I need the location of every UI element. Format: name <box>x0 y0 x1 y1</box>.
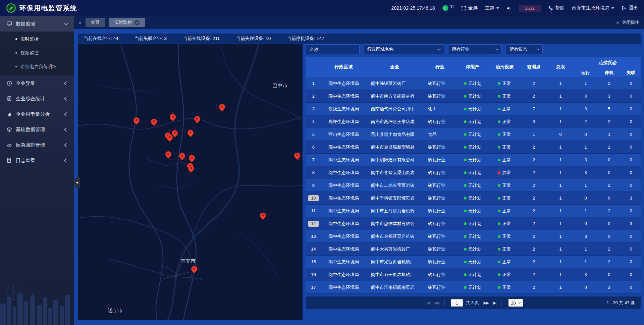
map-pin[interactable] <box>179 153 185 159</box>
map-pin[interactable] <box>260 213 266 219</box>
map-pin[interactable] <box>165 151 171 157</box>
offline-cell: 0 <box>621 230 641 243</box>
company-cell: 阆中市石子页岩机砖厂 <box>366 268 423 281</box>
sidebar-group-enterprise-statistics[interactable]: 企业综合统计 <box>0 91 74 106</box>
table-row[interactable]: 14阆中生态环境局阆中大兴页岩机砖厂砖瓦行业无计划正常21120 <box>306 243 641 256</box>
status-dot-green <box>464 248 467 251</box>
help-button[interactable]: 帮助 <box>548 5 565 11</box>
monitor-icon <box>7 21 12 26</box>
sidebar-group-data-monitoring[interactable]: 数据监测 <box>0 16 74 32</box>
status-dot-green <box>464 95 467 98</box>
announcement-speaker-icon[interactable] <box>506 6 512 11</box>
sidebar-group-enterprise-abnormal[interactable]: 企业异常 <box>0 75 74 91</box>
industry-filter-select[interactable]: 所有行业 <box>448 44 502 54</box>
prev-page-button[interactable]: ◀◀ <box>434 301 439 305</box>
table-row[interactable]: 17阆中生态环境局阆中市江南镇阆南页岩砖瓦行业无计划正常21030 <box>306 281 641 294</box>
page-size-select[interactable]: 20 <box>508 299 523 307</box>
table-row[interactable]: 15阆中生态环境局阆中市光富页岩机砖厂砖瓦行业无计划正常21120 <box>306 256 641 268</box>
alarm-count-badge[interactable]: 2632 <box>519 5 541 12</box>
map-pin[interactable] <box>191 266 197 272</box>
sidebar-item-realtime-monitoring[interactable]: 实时监控 <box>0 32 74 46</box>
map-pin[interactable] <box>294 153 300 159</box>
org-dropdown[interactable]: 南充市生态环境局 <box>572 5 614 11</box>
row-index-cell: 1 <box>306 77 321 90</box>
table-row[interactable]: 13阆中生态环境局阆中市金福旺页岩机砖砖瓦行业无计划正常21300 <box>306 230 641 243</box>
sidebar-item-video-monitoring[interactable]: 视频监控 <box>0 46 74 60</box>
tab-home[interactable]: 首页 <box>86 18 105 27</box>
header-point-status-group: 点位状态 <box>574 57 641 68</box>
header-treatment: 治污设施 <box>488 57 520 77</box>
close-tab-icon[interactable]: × <box>135 20 140 25</box>
fullscreen-icon <box>461 6 466 11</box>
table-row[interactable]: 1阆中生态环境局阆中强锐页岩砖厂砖瓦行业无计划正常21120 <box>306 77 641 90</box>
brand: 环保用电监管系统 <box>6 3 77 13</box>
status-filter-select[interactable]: 所有状态 <box>506 44 543 54</box>
stat-item: 当前在线企业:44 <box>84 36 118 42</box>
status-dot-green <box>464 133 467 136</box>
total-meter-cell: 1 <box>547 166 574 179</box>
stopped-cell: 2 <box>597 243 621 256</box>
table-row[interactable]: 6阆中生态环境局阆中市金博瑞新型墙材砖瓦行业无计划正常21120 <box>306 141 641 154</box>
table-row[interactable]: 9阆中生态环境局阆中市二龙长宝页岩砖砖瓦行业无计划正常21120 <box>306 179 641 192</box>
fullscreen-button[interactable]: 全屏 <box>461 5 478 11</box>
company-cell: 阆中市金博瑞新型墙材 <box>366 141 423 154</box>
map-pin[interactable] <box>219 104 225 110</box>
table-row[interactable]: 3仪陇生态环境局西南油气田分公司川中化工无计划正常71350 <box>306 103 641 115</box>
enterprise-table: 行政区域 企业 行业 停限产 治污设施 监测点 总表 点位状态 <box>306 57 641 294</box>
map-pin[interactable] <box>167 134 173 141</box>
sidebar-group-emergency-reduction[interactable]: 应急减排管理 <box>0 137 74 153</box>
map-panel: 巴中市南充市遂宁市 <box>78 44 303 320</box>
treatment-cell: 正常 <box>488 90 520 103</box>
map-pin[interactable] <box>188 165 194 171</box>
offline-cell: 0 <box>621 205 641 217</box>
map-pin[interactable] <box>187 130 194 136</box>
map-pin[interactable] <box>133 117 140 123</box>
status-dot-green <box>464 222 467 225</box>
page-number-input[interactable] <box>451 299 463 307</box>
map-canvas[interactable]: 巴中市南充市遂宁市 <box>78 44 303 320</box>
table-row[interactable]: 7阆中生态环境局阆中明阳建材有限公司砖瓦行业无计划正常21300 <box>306 154 641 166</box>
name-filter-input[interactable] <box>306 44 360 54</box>
table-row[interactable]: 4高坪生态环境局南充市高坪区王家店建砖瓦行业无计划正常31220 <box>306 115 641 128</box>
stopped-cell: 2 <box>597 256 621 268</box>
table-row[interactable]: 10阆中生态环境局阆中千佛镇五郎垭页岩砖瓦行业无计划正常21003 <box>306 192 641 205</box>
tab-scroll-right-icon[interactable]: » <box>616 19 619 25</box>
running-cell: 0 <box>574 128 597 141</box>
sidebar-group-power-usage-analysis[interactable]: 企业用电量分析 <box>0 106 74 122</box>
tab-bar: « 首页 实时监控 × » 关闭操作 <box>74 16 644 29</box>
table-row[interactable]: 11阆中生态环境局阆中市五马桥页岩机砖砖瓦行业无计划正常21120 <box>306 205 641 217</box>
theme-dropdown[interactable]: 主题 <box>485 5 499 11</box>
table-row[interactable]: 5营山生态环境局营山县润丰肉食品有限食品无计划正常10010 <box>306 128 641 141</box>
treatment-cell: 正常 <box>488 268 520 281</box>
table-row[interactable]: 16阆中生态环境局阆中市石子页岩机砖厂砖瓦行业无计划正常21300 <box>306 268 641 281</box>
status-dot-green <box>498 108 500 110</box>
table-row[interactable]: 12阆中生态环境局阆中市忠信建材有限公砖瓦行业无计划正常21003 <box>306 217 641 230</box>
map-pin[interactable] <box>151 119 157 125</box>
production-limit-cell: 无计划 <box>457 128 489 141</box>
total-meter-cell: 1 <box>547 103 574 115</box>
next-page-button[interactable]: ▶▶ <box>484 301 488 305</box>
map-pin[interactable] <box>189 155 195 161</box>
tab-realtime-monitoring[interactable]: 实时监控 × <box>109 18 145 27</box>
row-index-cell: 9 <box>306 179 321 192</box>
map-pin[interactable] <box>194 116 200 122</box>
table-body: 1阆中生态环境局阆中强锐页岩砖厂砖瓦行业无计划正常211202阆中生态环境局阆中… <box>306 77 641 294</box>
chevron-down-icon <box>496 7 499 9</box>
table-row[interactable]: 18南部生态环境局南部县建兴建材有限公砖瓦行业无计划正常21030 <box>306 294 641 295</box>
table-row[interactable]: 2阆中生态环境局阆中市南方节能建材有砖瓦行业无计划正常21030 <box>306 90 641 103</box>
table-row[interactable]: 8阆中生态环境局阆中市枣碧大梁山页岩砖瓦行业无计划异常21300 <box>306 166 641 179</box>
logout-button[interactable]: 退出 <box>622 5 638 11</box>
sidebar-item-enterprise-power-load-detail[interactable]: 企业电力负荷明细 <box>0 60 74 73</box>
map-pin[interactable] <box>170 114 176 120</box>
first-page-button[interactable]: |◀ <box>426 301 429 305</box>
tab-scroll-left-icon[interactable]: « <box>78 19 82 25</box>
industry-cell: 砖瓦行业 <box>423 243 457 256</box>
sidebar-group-base-data-management[interactable]: 基础数据管理 <box>0 122 74 137</box>
last-page-button[interactable]: ▶| <box>493 301 496 305</box>
region-filter-select[interactable]: 行政区域名称 <box>364 44 444 54</box>
header-stopped: 停机 <box>597 68 621 77</box>
close-operations-button[interactable]: » 关闭操作 <box>616 19 639 25</box>
sidebar-group-log-view[interactable]: 日志查看 <box>0 153 74 168</box>
running-cell: 3 <box>574 230 597 243</box>
status-dot-green <box>498 286 500 289</box>
